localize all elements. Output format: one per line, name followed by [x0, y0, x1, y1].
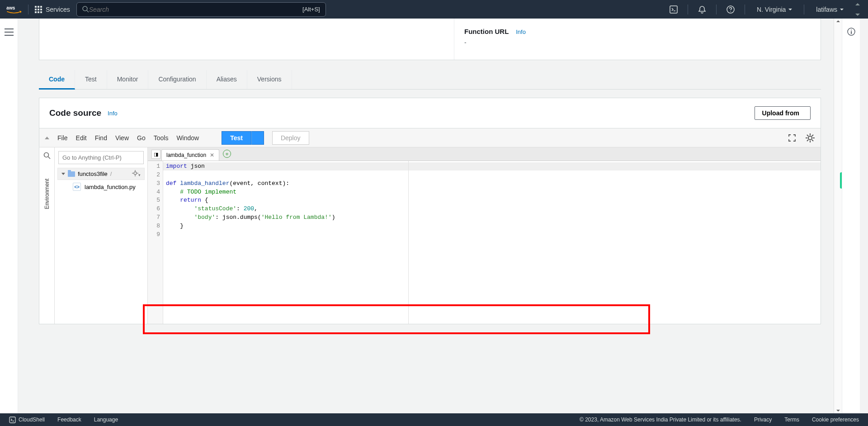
services-menu[interactable]: Services — [35, 6, 70, 13]
menu-edit[interactable]: Edit — [76, 134, 87, 142]
svg-point-10 — [83, 6, 87, 11]
svg-text:aws: aws — [6, 5, 15, 10]
test-button[interactable]: Test — [222, 131, 251, 145]
caret-down-icon — [840, 9, 844, 10]
gear-icon[interactable] — [805, 133, 815, 143]
svg-point-27 — [44, 153, 48, 157]
line-gutter: 123456789 — [148, 161, 163, 324]
tab-versions[interactable]: Versions — [247, 70, 292, 89]
test-dropdown[interactable] — [251, 131, 264, 145]
test-button-group: Test — [222, 131, 264, 145]
svg-rect-9 — [40, 11, 42, 13]
svg-rect-3 — [40, 6, 42, 8]
svg-point-29 — [134, 172, 137, 175]
ide-side-rail: Environment — [39, 147, 55, 324]
menu-window[interactable]: Window — [176, 134, 199, 142]
page-scroll-hint — [854, 3, 862, 16]
footer-feedback[interactable]: Feedback — [57, 417, 81, 423]
function-url-label: Function URL — [464, 28, 509, 35]
main-content: Function URL Info - Code Test Monitor Co… — [18, 19, 842, 413]
python-file-icon: <> — [73, 183, 81, 191]
aws-footer: CloudShell Feedback Language © 2023, Ama… — [0, 413, 868, 426]
menu-go[interactable]: Go — [137, 134, 146, 142]
function-tabs: Code Test Monitor Configuration Aliases … — [39, 70, 821, 90]
page-scrollbar[interactable] — [834, 19, 842, 413]
tab-configuration[interactable]: Configuration — [148, 70, 206, 89]
menu-view[interactable]: View — [115, 134, 129, 142]
search-icon[interactable] — [43, 152, 51, 161]
function-url-block: Function URL Info - — [464, 28, 526, 46]
services-label: Services — [46, 6, 70, 13]
tree-folder[interactable]: functos3file / ▾ — [57, 168, 145, 180]
tab-code[interactable]: Code — [39, 70, 75, 90]
upload-from-button[interactable]: Upload from — [755, 106, 811, 120]
svg-rect-5 — [38, 9, 39, 10]
user-menu[interactable]: latifaws — [811, 6, 849, 13]
svg-point-18 — [808, 136, 812, 140]
svg-rect-34 — [9, 417, 15, 423]
svg-rect-17 — [851, 31, 852, 34]
fullscreen-icon[interactable] — [787, 133, 797, 143]
menu-file[interactable]: File — [57, 134, 68, 142]
collapse-icon[interactable] — [45, 137, 49, 139]
help-icon[interactable] — [723, 2, 738, 17]
tree-file[interactable]: <> lambda_function.py — [55, 181, 147, 193]
svg-point-16 — [851, 30, 852, 31]
svg-rect-2 — [38, 6, 39, 8]
tab-aliases[interactable]: Aliases — [207, 70, 247, 89]
svg-rect-6 — [40, 9, 42, 10]
ide-body: Environment functos3file / ▾ <> lambda_f… — [39, 147, 821, 324]
card-header: Code source Info Upload from — [39, 98, 821, 128]
editor-pane: ◨ lambda_function ✕ + 123456789 import j… — [148, 147, 821, 324]
close-icon[interactable]: ✕ — [210, 152, 214, 158]
cloudshell-icon[interactable] — [666, 2, 681, 17]
function-url-info-link[interactable]: Info — [516, 28, 526, 35]
search-hotkey: [Alt+S] — [302, 6, 320, 13]
svg-rect-1 — [35, 6, 37, 8]
new-tab-icon[interactable]: + — [223, 150, 231, 158]
svg-rect-7 — [35, 11, 37, 13]
function-url-value: - — [464, 39, 526, 46]
user-label: latifaws — [816, 6, 837, 13]
footer-language[interactable]: Language — [94, 417, 118, 423]
editor-tab[interactable]: lambda_function ✕ — [161, 149, 219, 161]
goto-anything-input[interactable] — [58, 151, 144, 164]
region-label: N. Virginia — [757, 6, 786, 13]
svg-line-28 — [48, 157, 50, 159]
left-nav-rail — [0, 19, 18, 413]
grid-icon — [35, 6, 42, 13]
function-overview-card: Function URL Info - — [39, 19, 821, 60]
file-name: lambda_function.py — [85, 184, 136, 190]
panel-icon[interactable]: ◨ — [151, 150, 160, 159]
folder-name: functos3file — [78, 170, 108, 177]
tab-label: lambda_function — [166, 152, 206, 158]
code-area[interactable]: 123456789 import json def lambda_handler… — [148, 161, 821, 324]
menu-find[interactable]: Find — [95, 134, 107, 142]
code-text[interactable]: import json def lambda_handler(event, co… — [163, 161, 821, 324]
environment-tab[interactable]: Environment — [44, 179, 50, 209]
svg-rect-4 — [35, 9, 37, 10]
footer-privacy[interactable]: Privacy — [754, 417, 772, 423]
right-help-rail — [842, 19, 860, 413]
caret-down-icon — [788, 9, 792, 10]
deploy-button: Deploy — [272, 131, 309, 145]
cloud9-ide: File Edit Find View Go Tools Window Test… — [39, 128, 821, 324]
info-icon[interactable] — [847, 28, 855, 413]
region-selector[interactable]: N. Virginia — [751, 6, 797, 13]
gear-icon[interactable]: ▾ — [132, 170, 141, 178]
svg-line-11 — [87, 10, 89, 12]
aws-logo[interactable]: aws — [6, 5, 22, 14]
search-box[interactable]: [Alt+S] — [76, 2, 326, 17]
notifications-icon[interactable] — [694, 2, 710, 17]
file-tree: functos3file / ▾ <> lambda_function.py — [55, 147, 148, 324]
footer-terms[interactable]: Terms — [784, 417, 799, 423]
search-input[interactable] — [89, 6, 302, 13]
tab-monitor[interactable]: Monitor — [107, 70, 149, 89]
card-info-link[interactable]: Info — [108, 110, 118, 117]
tab-test[interactable]: Test — [75, 70, 107, 89]
menu-tools[interactable]: Tools — [154, 134, 169, 142]
footer-copyright: © 2023, Amazon Web Services India Privat… — [580, 417, 741, 423]
footer-cloudshell[interactable]: CloudShell — [9, 417, 45, 423]
hamburger-icon[interactable] — [5, 28, 14, 37]
footer-cookies[interactable]: Cookie preferences — [812, 417, 859, 423]
